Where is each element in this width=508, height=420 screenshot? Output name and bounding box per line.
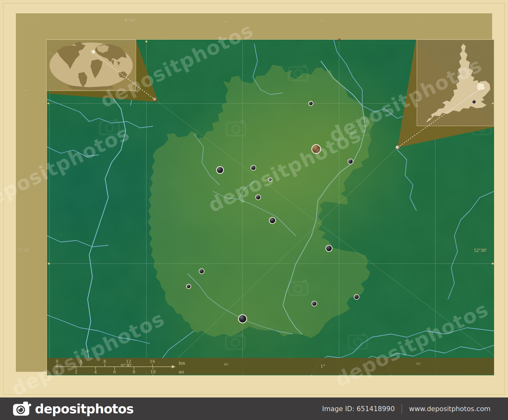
city-marker bbox=[309, 101, 313, 106]
city-marker bbox=[312, 301, 317, 306]
graticule-label-right: 45' bbox=[479, 89, 484, 92]
region-dot bbox=[472, 100, 476, 103]
scale-mi-tick: 6 bbox=[113, 370, 116, 374]
graticule-label-top: 0°30' bbox=[125, 18, 136, 23]
image-id-text: Image ID: 651418990 bbox=[322, 405, 395, 413]
graticule-label-bottom: 15' bbox=[416, 362, 421, 365]
footer-info: Image ID: 651418990 www.depositphotos.co… bbox=[322, 404, 491, 414]
scale-km-label: km bbox=[179, 361, 185, 365]
stock-photo-canvas: 0 4 8 12 16 0 2 4 6 8 10 km mi bbox=[0, 0, 508, 420]
scale-mi-tick: 8 bbox=[133, 370, 135, 374]
city-marker bbox=[217, 167, 224, 174]
graticule-label-bottom: 0°30' bbox=[121, 363, 132, 368]
world-anchor-marker bbox=[153, 98, 157, 102]
map-graphics: 0 4 8 12 16 0 2 4 6 8 10 km mi bbox=[16, 14, 508, 420]
city-marker bbox=[186, 284, 191, 289]
city-marker bbox=[251, 165, 256, 170]
scale-km-tick: 0 bbox=[56, 359, 58, 364]
graticule-label-bottom: 15' bbox=[29, 362, 34, 365]
scale-bar: 0 4 8 12 16 0 2 4 6 8 10 km mi bbox=[47, 358, 494, 375]
city-marker bbox=[199, 269, 204, 274]
scale-km-tick: 4 bbox=[80, 359, 82, 364]
graticule-label-top: 1° bbox=[321, 19, 325, 23]
graticule-label-bottom: 1° bbox=[321, 364, 325, 369]
capital-marker bbox=[312, 145, 321, 154]
depositphotos-brand: depositphotos bbox=[13, 401, 134, 417]
scale-mi-label: mi bbox=[179, 370, 184, 374]
scale-km-tick: 16 bbox=[150, 359, 155, 364]
footer-separator bbox=[402, 404, 402, 414]
city-marker bbox=[348, 159, 353, 164]
world-inset bbox=[46, 40, 136, 91]
graticule-label-left: 52°30' bbox=[17, 248, 30, 253]
england-anchor-marker bbox=[396, 146, 399, 149]
graticule-label-bottom: 45' bbox=[224, 363, 229, 366]
england-inset bbox=[417, 40, 494, 126]
scale-mi-tick: 4 bbox=[94, 370, 97, 374]
city-marker bbox=[238, 315, 247, 323]
graticule-label-left: 45' bbox=[24, 89, 29, 92]
elevation-map: 0 4 8 12 16 0 2 4 6 8 10 km mi bbox=[47, 39, 494, 376]
map-photo-frame: 0 4 8 12 16 0 2 4 6 8 10 km mi bbox=[16, 13, 492, 372]
city-marker bbox=[269, 217, 276, 224]
city-marker bbox=[268, 178, 272, 181]
city-marker bbox=[326, 245, 332, 252]
website-text: www.depositphotos.com bbox=[409, 405, 491, 413]
brand-wordmark: depositphotos bbox=[35, 402, 134, 416]
city-marker bbox=[256, 195, 261, 200]
uk-highlight bbox=[92, 50, 95, 53]
scale-mi-tick: 2 bbox=[75, 370, 77, 374]
city-marker bbox=[354, 294, 359, 299]
graticule-label-top: 15' bbox=[31, 21, 36, 24]
scale-km-tick: 8 bbox=[104, 359, 106, 364]
graticule-label-top: 45' bbox=[224, 20, 229, 23]
graticule-label-top: 15' bbox=[416, 21, 421, 24]
graticule-label-right: 52°30' bbox=[474, 248, 487, 253]
scale-mi-tick: 0 bbox=[56, 370, 58, 374]
depositphotos-camera-icon bbox=[13, 401, 32, 417]
scale-mi-tick: 10 bbox=[150, 370, 156, 374]
footer-bar: depositphotos Image ID: 651418990 www.de… bbox=[0, 397, 508, 420]
